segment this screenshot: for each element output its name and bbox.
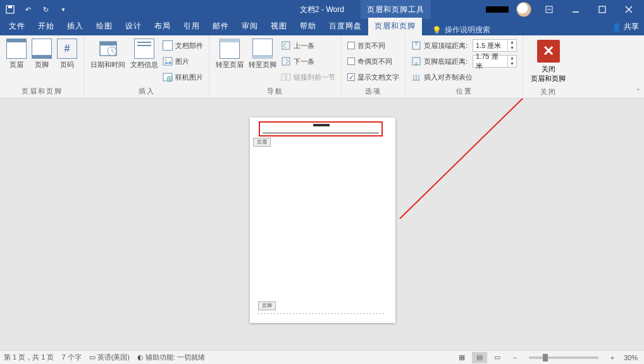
status-language[interactable]: ▭ 英语(美国) xyxy=(89,353,130,362)
odd-even-diff-checkbox[interactable]: 奇偶页不同 xyxy=(347,54,399,68)
header-distance-input[interactable]: 1.5 厘米 ▲▼ xyxy=(473,39,517,52)
zoom-thumb[interactable] xyxy=(543,354,548,361)
close-icon[interactable] xyxy=(616,0,641,19)
tab-view[interactable]: 视图 xyxy=(264,18,294,35)
datetime-button[interactable]: 日期和时间 xyxy=(88,37,128,71)
spinner-down-icon[interactable]: ▼ xyxy=(508,61,516,67)
view-web-icon[interactable]: ▭ xyxy=(490,352,505,363)
picture-button[interactable]: 图片 xyxy=(163,54,203,68)
group-position-label: 位置 xyxy=(409,85,519,98)
share-label: 共享 xyxy=(624,21,639,32)
zoom-in-icon[interactable]: + xyxy=(605,352,620,363)
zoom-level[interactable]: 30% xyxy=(624,354,638,361)
redo-icon[interactable]: ↻ xyxy=(38,2,53,17)
tab-design[interactable]: 设计 xyxy=(119,18,148,35)
zoom-slider[interactable] xyxy=(529,356,598,359)
spinner-up-icon[interactable]: ▲ xyxy=(508,56,516,61)
share-button[interactable]: 👤 共享 xyxy=(612,21,639,32)
group-insert-label: 插入 xyxy=(88,85,205,98)
status-words[interactable]: 7 个字 xyxy=(61,353,81,362)
checkbox-icon xyxy=(347,58,355,65)
tab-draw[interactable]: 绘图 xyxy=(90,18,119,35)
header-top-label: 页眉顶端距离: xyxy=(424,41,468,51)
footer-button[interactable]: 页脚 xyxy=(29,37,54,71)
svg-rect-5 xyxy=(100,42,116,46)
tab-help[interactable]: 帮助 xyxy=(294,18,323,35)
titlebar-right xyxy=(486,0,641,19)
tab-mailings[interactable]: 邮件 xyxy=(206,18,235,35)
tab-file[interactable]: 文件 xyxy=(3,18,32,35)
ribbon-options-icon[interactable] xyxy=(536,0,562,19)
pagenum-icon: # xyxy=(57,39,77,59)
close-header-footer-button[interactable]: ✕ 关闭 页眉和页脚 xyxy=(527,37,569,86)
save-icon[interactable] xyxy=(3,2,18,17)
link-prev-button[interactable]: 链接到前一节 xyxy=(281,70,335,84)
qat-dropdown-icon[interactable]: ▼ xyxy=(56,2,71,17)
first-page-diff-label: 首页不同 xyxy=(357,41,385,51)
titlebar: ↶ ↻ ▼ 文档2 - Word 页眉和页脚工具 xyxy=(0,0,644,19)
group-options: 首页不同 奇偶页不同 ✓ 显示文档文字 选项 xyxy=(342,35,406,98)
docinfo-button[interactable]: 文档信息 xyxy=(128,37,161,71)
tab-header-footer[interactable]: 页眉和页脚 xyxy=(368,18,422,35)
maximize-icon[interactable] xyxy=(590,0,615,19)
pagenum-button[interactable]: # 页码 xyxy=(54,37,80,71)
tab-insert[interactable]: 插入 xyxy=(61,18,90,35)
picture-icon xyxy=(163,56,173,66)
header-distance-icon xyxy=(411,40,421,51)
show-doc-text-checkbox[interactable]: ✓ 显示文档文字 xyxy=(347,70,399,84)
goto-footer-label: 转至页脚 xyxy=(249,60,276,70)
spinner-up-icon[interactable]: ▲ xyxy=(508,40,516,46)
pagenum-label: 页码 xyxy=(60,60,74,70)
view-read-icon[interactable]: ▦ xyxy=(454,352,469,363)
collapse-ribbon-icon[interactable]: ˄ xyxy=(636,88,640,96)
username-redacted xyxy=(486,6,509,13)
document-area[interactable]: 页眉 页脚 xyxy=(0,99,644,350)
header-top-row: 页眉顶端距离: 1.5 厘米 ▲▼ xyxy=(411,39,517,52)
close-label: 关闭 xyxy=(542,64,555,74)
goto-header-button[interactable]: 转至页眉 xyxy=(213,37,246,71)
zoom-out-icon[interactable]: − xyxy=(507,352,523,363)
svg-rect-3 xyxy=(599,6,605,13)
footer-bottom-row: 页脚底端距离: 1.75 厘米 ▲▼ xyxy=(411,54,517,68)
avatar[interactable] xyxy=(516,2,531,17)
qat: ↶ ↻ ▼ xyxy=(3,2,71,17)
checkbox-checked-icon: ✓ xyxy=(347,73,355,81)
insert-align-tab-button[interactable]: 插入对齐制表位 xyxy=(411,70,517,84)
close-sub-label: 页眉和页脚 xyxy=(531,74,566,83)
docinfo-icon xyxy=(134,39,154,59)
next-icon xyxy=(281,56,291,66)
datetime-label: 日期和时间 xyxy=(90,60,125,70)
header-button[interactable]: 页眉 xyxy=(4,37,29,71)
page[interactable]: 页眉 页脚 xyxy=(250,118,395,323)
first-page-diff-checkbox[interactable]: 首页不同 xyxy=(347,39,399,52)
view-print-icon[interactable]: ▤ xyxy=(472,352,487,363)
prev-section-button[interactable]: 上一条 xyxy=(281,39,335,52)
prev-label: 上一条 xyxy=(294,41,314,51)
footer-label: 页脚 xyxy=(35,60,49,70)
goto-header-icon xyxy=(220,39,240,59)
minimize-icon[interactable] xyxy=(563,0,588,19)
tab-layout[interactable]: 布局 xyxy=(148,18,177,35)
header-content[interactable] xyxy=(313,124,330,126)
status-accessibility[interactable]: ◐ 辅助功能: 一切就绪 xyxy=(137,353,205,362)
spinner-down-icon[interactable]: ▼ xyxy=(508,46,516,51)
tab-baidu[interactable]: 百度网盘 xyxy=(323,18,368,35)
footer-distance-value: 1.75 厘米 xyxy=(473,52,507,71)
group-navigation-label: 导航 xyxy=(213,85,337,98)
footer-distance-input[interactable]: 1.75 厘米 ▲▼ xyxy=(473,55,517,68)
tab-home[interactable]: 开始 xyxy=(32,18,61,35)
goto-footer-button[interactable]: 转至页脚 xyxy=(246,37,279,71)
tab-review[interactable]: 审阅 xyxy=(235,18,264,35)
svg-line-17 xyxy=(400,99,554,219)
online-picture-button[interactable]: 联机图片 xyxy=(163,70,203,84)
close-x-icon: ✕ xyxy=(537,40,560,63)
footer-icon xyxy=(32,39,52,59)
svg-rect-7 xyxy=(163,58,172,65)
group-close: ✕ 关闭 页眉和页脚 关闭 xyxy=(523,35,573,98)
tab-references[interactable]: 引用 xyxy=(177,18,206,35)
next-section-button[interactable]: 下一条 xyxy=(281,54,335,68)
tell-me-search[interactable]: 💡 操作说明搜索 xyxy=(432,25,490,35)
docparts-button[interactable]: 文档部件 xyxy=(163,39,203,52)
undo-icon[interactable]: ↶ xyxy=(20,2,35,17)
status-page[interactable]: 第 1 页，共 1 页 xyxy=(4,353,54,362)
